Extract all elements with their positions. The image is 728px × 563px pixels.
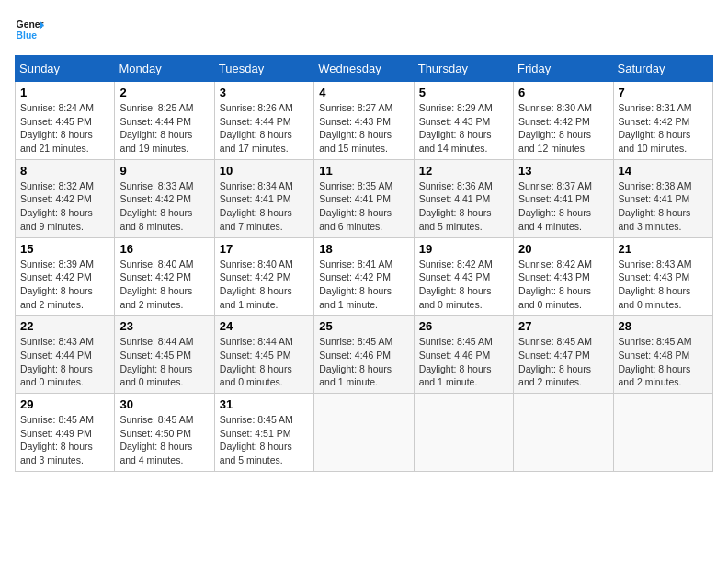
cell-content: Sunrise: 8:24 AMSunset: 4:45 PMDaylight:… — [20, 102, 94, 154]
calendar-cell — [613, 394, 712, 472]
calendar-header-row: SundayMondayTuesdayWednesdayThursdayFrid… — [16, 56, 713, 82]
calendar-cell: 25 Sunrise: 8:45 AMSunset: 4:46 PMDaylig… — [314, 316, 414, 394]
day-number: 8 — [20, 164, 109, 178]
cell-content: Sunrise: 8:32 AMSunset: 4:42 PMDaylight:… — [20, 180, 94, 232]
weekday-header: Monday — [115, 56, 214, 82]
cell-content: Sunrise: 8:45 AMSunset: 4:46 PMDaylight:… — [419, 336, 493, 387]
cell-content: Sunrise: 8:42 AMSunset: 4:43 PMDaylight:… — [419, 259, 493, 310]
calendar-cell: 29 Sunrise: 8:45 AMSunset: 4:49 PMDaylig… — [16, 394, 115, 472]
day-number: 18 — [319, 242, 408, 256]
logo: General Blue — [15, 15, 44, 44]
cell-content: Sunrise: 8:34 AMSunset: 4:41 PMDaylight:… — [220, 180, 293, 232]
calendar-cell: 6 Sunrise: 8:30 AMSunset: 4:42 PMDayligh… — [514, 82, 613, 160]
day-number: 7 — [619, 86, 708, 99]
day-number: 12 — [419, 164, 508, 178]
day-number: 31 — [220, 397, 309, 411]
cell-content: Sunrise: 8:35 AMSunset: 4:41 PMDaylight:… — [319, 180, 392, 232]
calendar-cell: 26 Sunrise: 8:45 AMSunset: 4:46 PMDaylig… — [414, 316, 513, 394]
calendar-cell: 19 Sunrise: 8:42 AMSunset: 4:43 PMDaylig… — [414, 237, 513, 316]
cell-content: Sunrise: 8:44 AMSunset: 4:45 PMDaylight:… — [220, 336, 293, 387]
day-number: 19 — [419, 242, 508, 256]
day-number: 16 — [119, 242, 209, 256]
day-number: 9 — [119, 164, 209, 178]
cell-content: Sunrise: 8:43 AMSunset: 4:43 PMDaylight:… — [619, 259, 692, 310]
calendar-cell: 4 Sunrise: 8:27 AMSunset: 4:43 PMDayligh… — [314, 82, 414, 160]
day-number: 1 — [20, 86, 109, 99]
calendar-cell: 24 Sunrise: 8:44 AMSunset: 4:45 PMDaylig… — [214, 316, 313, 394]
calendar-cell: 9 Sunrise: 8:33 AMSunset: 4:42 PMDayligh… — [115, 159, 214, 237]
cell-content: Sunrise: 8:40 AMSunset: 4:42 PMDaylight:… — [119, 259, 193, 310]
calendar-cell: 12 Sunrise: 8:36 AMSunset: 4:41 PMDaylig… — [414, 159, 513, 237]
logo-icon: General Blue — [15, 15, 44, 44]
calendar-cell: 1 Sunrise: 8:24 AMSunset: 4:45 PMDayligh… — [16, 82, 115, 160]
calendar-cell: 14 Sunrise: 8:38 AMSunset: 4:41 PMDaylig… — [613, 159, 712, 237]
weekday-header: Thursday — [414, 56, 513, 82]
cell-content: Sunrise: 8:44 AMSunset: 4:45 PMDaylight:… — [119, 336, 193, 387]
calendar-cell: 20 Sunrise: 8:42 AMSunset: 4:43 PMDaylig… — [514, 237, 613, 316]
day-number: 10 — [220, 164, 309, 178]
calendar-cell — [414, 394, 513, 472]
cell-content: Sunrise: 8:31 AMSunset: 4:42 PMDaylight:… — [619, 102, 692, 154]
cell-content: Sunrise: 8:30 AMSunset: 4:42 PMDaylight:… — [518, 102, 592, 154]
calendar-cell: 28 Sunrise: 8:45 AMSunset: 4:48 PMDaylig… — [613, 316, 712, 394]
cell-content: Sunrise: 8:27 AMSunset: 4:43 PMDaylight:… — [319, 102, 392, 154]
day-number: 28 — [619, 319, 708, 333]
calendar-cell: 31 Sunrise: 8:45 AMSunset: 4:51 PMDaylig… — [214, 394, 313, 472]
calendar-cell: 27 Sunrise: 8:45 AMSunset: 4:47 PMDaylig… — [514, 316, 613, 394]
day-number: 22 — [20, 319, 109, 333]
calendar-week-row: 15 Sunrise: 8:39 AMSunset: 4:42 PMDaylig… — [16, 237, 713, 316]
calendar-cell: 2 Sunrise: 8:25 AMSunset: 4:44 PMDayligh… — [115, 82, 214, 160]
cell-content: Sunrise: 8:45 AMSunset: 4:48 PMDaylight:… — [619, 336, 692, 387]
cell-content: Sunrise: 8:29 AMSunset: 4:43 PMDaylight:… — [419, 102, 493, 154]
day-number: 24 — [220, 319, 309, 333]
day-number: 15 — [20, 242, 109, 256]
day-number: 13 — [518, 164, 608, 178]
day-number: 5 — [419, 86, 508, 99]
day-number: 3 — [220, 86, 309, 99]
cell-content: Sunrise: 8:38 AMSunset: 4:41 PMDaylight:… — [619, 180, 692, 232]
cell-content: Sunrise: 8:42 AMSunset: 4:43 PMDaylight:… — [518, 259, 592, 310]
day-number: 2 — [119, 86, 209, 99]
svg-text:Blue: Blue — [17, 30, 38, 40]
page-header: General Blue — [15, 15, 713, 44]
cell-content: Sunrise: 8:41 AMSunset: 4:42 PMDaylight:… — [319, 259, 392, 310]
day-number: 21 — [619, 242, 708, 256]
cell-content: Sunrise: 8:39 AMSunset: 4:42 PMDaylight:… — [20, 259, 94, 310]
day-number: 26 — [419, 319, 508, 333]
cell-content: Sunrise: 8:45 AMSunset: 4:47 PMDaylight:… — [518, 336, 592, 387]
calendar-cell: 13 Sunrise: 8:37 AMSunset: 4:41 PMDaylig… — [514, 159, 613, 237]
calendar-cell: 10 Sunrise: 8:34 AMSunset: 4:41 PMDaylig… — [214, 159, 313, 237]
day-number: 6 — [518, 86, 608, 99]
calendar-cell — [514, 394, 613, 472]
calendar-cell: 16 Sunrise: 8:40 AMSunset: 4:42 PMDaylig… — [115, 237, 214, 316]
calendar-cell: 23 Sunrise: 8:44 AMSunset: 4:45 PMDaylig… — [115, 316, 214, 394]
cell-content: Sunrise: 8:45 AMSunset: 4:51 PMDaylight:… — [220, 414, 293, 465]
day-number: 23 — [119, 319, 209, 333]
calendar-week-row: 1 Sunrise: 8:24 AMSunset: 4:45 PMDayligh… — [16, 82, 713, 160]
cell-content: Sunrise: 8:43 AMSunset: 4:44 PMDaylight:… — [20, 336, 94, 387]
calendar-cell: 21 Sunrise: 8:43 AMSunset: 4:43 PMDaylig… — [613, 237, 712, 316]
weekday-header: Friday — [514, 56, 613, 82]
calendar-cell: 8 Sunrise: 8:32 AMSunset: 4:42 PMDayligh… — [16, 159, 115, 237]
day-number: 14 — [619, 164, 708, 178]
calendar-cell: 15 Sunrise: 8:39 AMSunset: 4:42 PMDaylig… — [16, 237, 115, 316]
calendar-cell: 5 Sunrise: 8:29 AMSunset: 4:43 PMDayligh… — [414, 82, 513, 160]
day-number: 27 — [518, 319, 608, 333]
calendar-table: SundayMondayTuesdayWednesdayThursdayFrid… — [15, 55, 713, 472]
calendar-week-row: 29 Sunrise: 8:45 AMSunset: 4:49 PMDaylig… — [16, 394, 713, 472]
calendar-cell: 7 Sunrise: 8:31 AMSunset: 4:42 PMDayligh… — [613, 82, 712, 160]
calendar-cell: 17 Sunrise: 8:40 AMSunset: 4:42 PMDaylig… — [214, 237, 313, 316]
day-number: 11 — [319, 164, 408, 178]
calendar-cell: 30 Sunrise: 8:45 AMSunset: 4:50 PMDaylig… — [115, 394, 214, 472]
calendar-cell: 18 Sunrise: 8:41 AMSunset: 4:42 PMDaylig… — [314, 237, 414, 316]
weekday-header: Wednesday — [314, 56, 414, 82]
weekday-header: Saturday — [613, 56, 712, 82]
calendar-week-row: 22 Sunrise: 8:43 AMSunset: 4:44 PMDaylig… — [16, 316, 713, 394]
cell-content: Sunrise: 8:26 AMSunset: 4:44 PMDaylight:… — [220, 102, 293, 154]
cell-content: Sunrise: 8:40 AMSunset: 4:42 PMDaylight:… — [220, 259, 293, 310]
weekday-header: Sunday — [16, 56, 115, 82]
cell-content: Sunrise: 8:45 AMSunset: 4:46 PMDaylight:… — [319, 336, 392, 387]
cell-content: Sunrise: 8:37 AMSunset: 4:41 PMDaylight:… — [518, 180, 592, 232]
day-number: 25 — [319, 319, 408, 333]
cell-content: Sunrise: 8:33 AMSunset: 4:42 PMDaylight:… — [119, 180, 193, 232]
